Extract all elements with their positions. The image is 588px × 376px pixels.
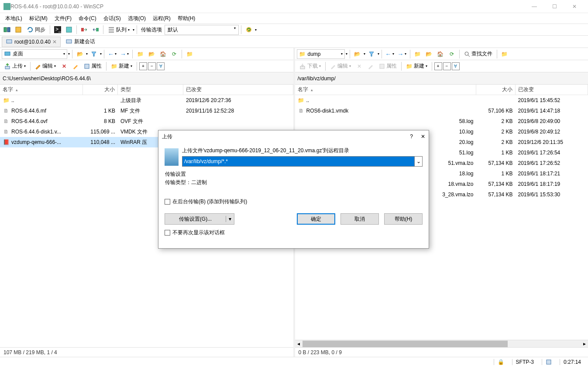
refresh-icon[interactable]: ⟳ xyxy=(169,49,179,59)
col-modified[interactable]: 已改变 xyxy=(183,85,293,95)
select-invert-icon[interactable]: ∀ xyxy=(452,62,460,70)
transfer-type-label: 传输类型：二进制 xyxy=(165,179,422,186)
horizontal-scrollbar[interactable]: ◂ ▸ xyxy=(295,340,588,347)
table-row[interactable]: 🗎ROS6-disk1.vmdk57,106 KB2019/6/1 14:47:… xyxy=(295,106,588,116)
remote-path-bar[interactable]: /var/lib/vz/dump/ xyxy=(295,72,588,85)
new-button[interactable]: 📁 新建 ▾ xyxy=(404,62,430,71)
up-icon[interactable]: 📁 xyxy=(413,49,423,59)
select-invert-icon[interactable]: ∀ xyxy=(157,62,165,70)
forward-button[interactable]: →▾ xyxy=(119,51,130,58)
sync-browse-icon[interactable] xyxy=(13,25,24,34)
col-type[interactable]: 类型 xyxy=(118,85,183,95)
sync-button[interactable]: 同步 xyxy=(24,25,48,34)
reconnect-icon[interactable] xyxy=(244,25,254,34)
local-path-bar[interactable]: C:\Users\wshen\Desktop\ROS-6.44.6\ xyxy=(0,72,293,85)
background-checkbox[interactable]: 在后台传输(B) (添加到传输队列) xyxy=(165,198,247,205)
menu-session[interactable]: 会话(S) xyxy=(101,14,124,23)
select-none-icon[interactable]: − xyxy=(148,62,156,70)
noask-checkbox[interactable]: 不要再次显示该对话框 xyxy=(165,229,225,236)
new-button[interactable]: 📁 新建 ▾ xyxy=(109,62,134,71)
svg-rect-22 xyxy=(547,360,551,364)
delete-icon[interactable]: ✕ xyxy=(59,62,69,71)
log-icon[interactable] xyxy=(542,359,555,365)
terminal-icon[interactable]: >_ xyxy=(52,25,63,34)
back-button[interactable]: ←▾ xyxy=(384,51,395,58)
filter-icon[interactable] xyxy=(366,49,377,59)
select-all-icon[interactable]: + xyxy=(434,62,442,70)
session-tab[interactable]: root@10.0.0.40 ✕ xyxy=(2,37,61,47)
maximize-button[interactable]: ☐ xyxy=(544,0,564,13)
delete-icon[interactable]: ✕ xyxy=(354,62,364,71)
editor-icon[interactable] xyxy=(64,25,74,34)
menu-options[interactable]: 选项(O) xyxy=(125,14,148,23)
svg-rect-14 xyxy=(66,40,72,43)
menu-mark[interactable]: 标记(M) xyxy=(27,14,50,23)
rename-icon[interactable] xyxy=(70,62,81,71)
root-icon[interactable]: 📂 xyxy=(424,49,434,59)
table-row[interactable]: 🗎ROS-6.44.6.ovf8 KBOVF 文件 xyxy=(0,116,293,126)
home-icon[interactable]: 🏠 xyxy=(158,49,168,59)
open-folder-icon[interactable]: 📂 xyxy=(352,49,363,59)
bookmark-icon[interactable]: 📁 xyxy=(184,49,195,59)
close-button[interactable]: ✕ xyxy=(564,0,585,13)
props-button[interactable]: 属性 xyxy=(377,62,399,71)
main-toolbar: 同步 >_ 队列 ▾ ▾ 传输选项 默认 ▾ ▾ xyxy=(0,24,588,36)
ok-button[interactable]: 确定 xyxy=(297,213,335,225)
col-modified[interactable]: 已改变 xyxy=(516,85,588,95)
col-size[interactable]: 大小 xyxy=(476,85,516,95)
menu-remote[interactable]: 远程(R) xyxy=(150,14,173,23)
transfer-preset-dropdown[interactable]: 默认 ▾ xyxy=(165,25,239,35)
props-button[interactable]: 属性 xyxy=(82,62,104,71)
home-icon[interactable]: 🏠 xyxy=(435,49,446,59)
col-size[interactable]: 大小 xyxy=(83,85,118,95)
transfer-left-icon[interactable] xyxy=(79,25,89,34)
menu-file[interactable]: 文件(F) xyxy=(52,14,74,23)
table-row[interactable]: 📁..2019/6/1 15:45:52 xyxy=(295,95,588,106)
transfer-right-icon[interactable] xyxy=(90,25,101,34)
download-button[interactable]: 下载 ▾ xyxy=(297,62,323,71)
root-icon[interactable]: 📂 xyxy=(146,49,157,59)
dialog-instruction: 上传文件'vzdump-qemu-666-2019_12_06-20_11_20… xyxy=(182,147,423,154)
minimize-button[interactable]: — xyxy=(524,0,544,13)
dialog-help-icon[interactable]: ? xyxy=(410,133,413,140)
find-button[interactable]: 查找文件 xyxy=(462,49,495,59)
col-name[interactable]: 名字▴ xyxy=(295,85,476,95)
transfer-settings-button[interactable]: 传输设置(G)... ▾ xyxy=(165,213,234,225)
transfer-options-label: 传输选项 xyxy=(139,26,164,34)
up-icon[interactable]: 📁 xyxy=(135,49,145,59)
svg-rect-0 xyxy=(3,3,10,10)
cancel-button[interactable]: 取消 xyxy=(340,213,379,225)
remote-location-combo[interactable]: 📁 dump ▾ xyxy=(297,49,345,59)
svg-rect-3 xyxy=(16,27,21,32)
path-dropdown[interactable]: ⌄ xyxy=(415,156,423,167)
menu-command[interactable]: 命令(C) xyxy=(76,14,99,23)
dialog-close-icon[interactable]: ✕ xyxy=(421,133,425,140)
monitor-icon xyxy=(65,38,72,45)
refresh-icon[interactable]: ⟳ xyxy=(447,49,457,59)
menu-local[interactable]: 本地(L) xyxy=(3,14,25,23)
select-none-icon[interactable]: − xyxy=(443,62,451,70)
bookmark-icon[interactable]: 📁 xyxy=(499,49,510,59)
rename-icon[interactable] xyxy=(365,62,376,71)
edit-button[interactable]: 编辑 ▾ xyxy=(33,62,58,71)
local-location-combo[interactable]: 桌面 ▾ xyxy=(2,49,67,59)
forward-button[interactable]: →▾ xyxy=(396,51,408,58)
select-all-icon[interactable]: + xyxy=(139,62,147,70)
edit-button[interactable]: 编辑 ▾ xyxy=(328,62,353,71)
new-session-tab[interactable]: 新建会话 xyxy=(62,36,99,47)
upload-button[interactable]: 上传 ▾ xyxy=(2,62,28,71)
tab-close-icon[interactable]: ✕ xyxy=(52,39,57,45)
compare-icon[interactable] xyxy=(2,25,12,34)
menu-help[interactable]: 帮助(H) xyxy=(175,14,198,23)
table-row[interactable]: 🗎ROS-6.44.6.mf1 KBMF 文件2019/11/16 12:52:… xyxy=(0,106,293,116)
table-row[interactable]: 📁..上级目录2019/12/6 20:27:36 xyxy=(0,95,293,106)
col-name[interactable]: 名字▴ xyxy=(0,85,83,95)
open-folder-icon[interactable]: 📂 xyxy=(75,49,85,59)
menu-bar: 本地(L) 标记(M) 文件(F) 命令(C) 会话(S) 选项(O) 远程(R… xyxy=(0,13,588,24)
queue-button[interactable]: 队列 ▾ xyxy=(106,25,132,34)
table-row[interactable]: 58.log2 KB2019/6/8 20:49:00 xyxy=(295,116,588,126)
remote-path-input[interactable]: /var/lib/vz/dump/*.* xyxy=(182,156,415,167)
help-button[interactable]: 帮助(H) xyxy=(384,213,423,225)
back-button[interactable]: ←▾ xyxy=(107,51,118,58)
filter-icon[interactable] xyxy=(89,49,99,59)
